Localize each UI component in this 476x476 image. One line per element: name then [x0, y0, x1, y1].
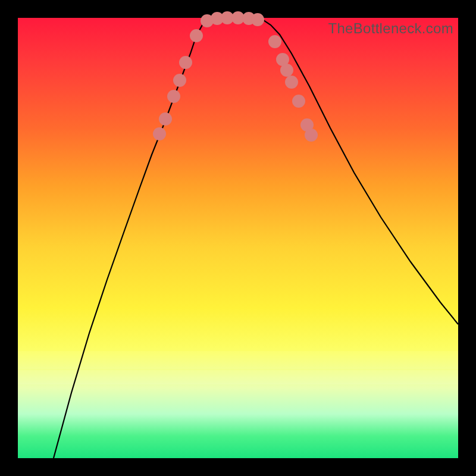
data-point [305, 129, 318, 142]
data-point [179, 56, 192, 69]
data-point [285, 76, 298, 89]
data-markers [153, 11, 318, 142]
data-point [292, 95, 305, 108]
data-point [251, 13, 264, 26]
data-point [190, 29, 203, 42]
data-point [159, 112, 172, 126]
data-point [173, 74, 186, 87]
data-point [268, 35, 281, 48]
data-point [153, 127, 166, 140]
chart-frame: TheBottleneck.com [0, 0, 476, 476]
chart-svg [18, 18, 458, 458]
data-point [280, 64, 293, 77]
plot-area: TheBottleneck.com [18, 18, 458, 458]
bottleneck-curve [54, 18, 458, 458]
data-point [167, 90, 180, 103]
